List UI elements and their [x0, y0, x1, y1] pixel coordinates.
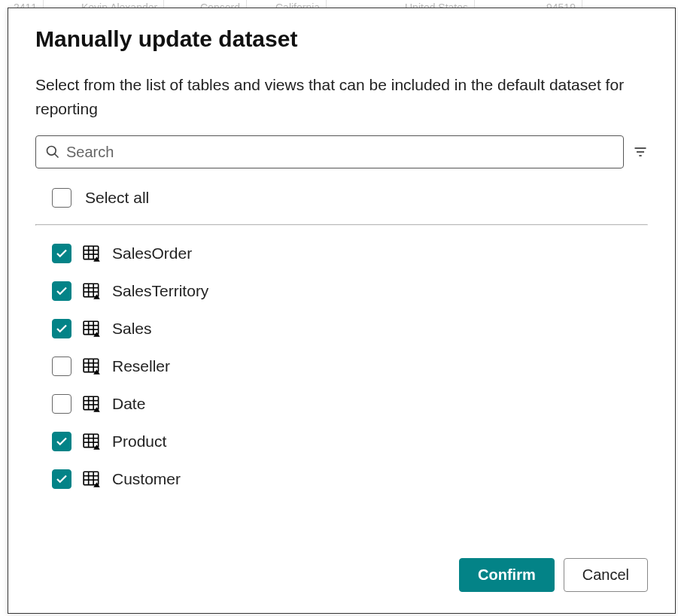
item-checkbox[interactable]: [52, 432, 71, 451]
table-icon: [82, 357, 102, 376]
item-checkbox[interactable]: [52, 357, 71, 376]
svg-point-0: [47, 147, 56, 156]
list-item-salesterritory[interactable]: SalesTerritory: [35, 272, 648, 310]
svg-rect-23: [84, 359, 99, 372]
search-input[interactable]: [66, 144, 614, 161]
item-checkbox[interactable]: [52, 319, 71, 338]
table-icon: [82, 394, 102, 414]
filter-icon[interactable]: [633, 144, 648, 159]
table-icon: [82, 469, 102, 489]
item-checkbox[interactable]: [52, 281, 71, 301]
item-label: SalesOrder: [112, 244, 192, 262]
select-all-label: Select all: [85, 189, 149, 207]
table-icon: [82, 432, 102, 451]
item-label: Product: [112, 432, 166, 451]
svg-rect-29: [84, 396, 99, 409]
svg-line-1: [55, 154, 59, 158]
item-label: Reseller: [112, 357, 170, 375]
dialog-description: Select from the list of tables and views…: [35, 73, 648, 120]
item-checkbox[interactable]: [52, 244, 71, 263]
select-all-row[interactable]: Select all: [35, 182, 648, 224]
cancel-button[interactable]: Cancel: [564, 558, 648, 592]
item-label: Sales: [112, 320, 152, 338]
search-icon: [45, 144, 60, 159]
item-checkbox[interactable]: [52, 469, 71, 489]
item-label: SalesTerritory: [112, 282, 208, 300]
list-item-sales[interactable]: Sales: [35, 310, 648, 347]
confirm-button[interactable]: Confirm: [459, 558, 555, 592]
item-checkbox[interactable]: [52, 394, 71, 414]
dialog-title: Manually update dataset: [35, 26, 648, 52]
list-item-salesorder[interactable]: SalesOrder: [35, 235, 648, 272]
list-item-reseller[interactable]: Reseller: [35, 347, 648, 385]
svg-rect-35: [84, 434, 99, 447]
select-all-checkbox[interactable]: [52, 188, 71, 208]
svg-rect-41: [84, 472, 99, 484]
dialog-footer: Confirm Cancel: [8, 545, 675, 613]
list-item-product[interactable]: Product: [35, 423, 648, 460]
svg-rect-11: [84, 284, 99, 296]
svg-rect-17: [84, 321, 99, 334]
table-icon: [82, 281, 102, 301]
table-icon: [82, 319, 102, 338]
search-box[interactable]: [35, 135, 624, 168]
list-item-customer[interactable]: Customer: [35, 460, 648, 498]
update-dataset-dialog: Manually update dataset Select from the …: [8, 8, 676, 614]
table-list: SalesOrder SalesTerritory Sales: [35, 226, 648, 545]
svg-rect-5: [84, 246, 99, 259]
item-label: Customer: [112, 470, 181, 488]
list-item-date[interactable]: Date: [35, 385, 648, 423]
item-label: Date: [112, 395, 145, 413]
table-icon: [82, 244, 102, 263]
